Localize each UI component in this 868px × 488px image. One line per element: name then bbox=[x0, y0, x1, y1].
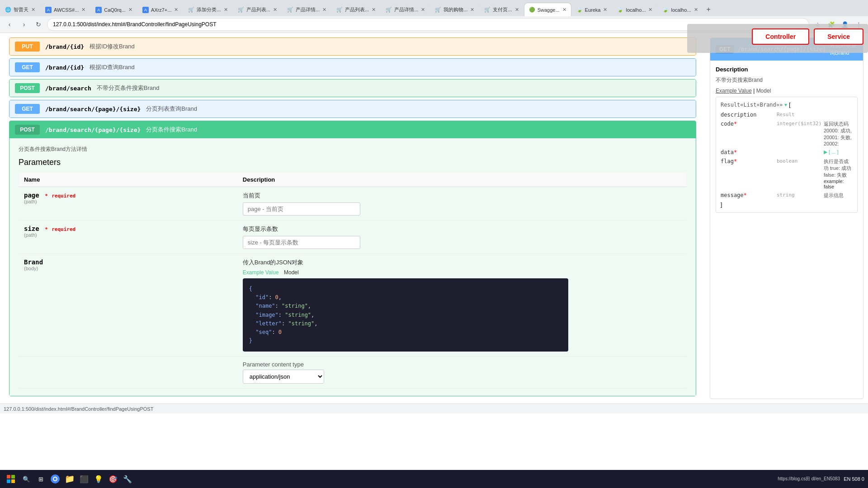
tab-close-icon[interactable]: ✕ bbox=[648, 7, 652, 13]
endpoint-put-header[interactable]: PUT /brand/{id} 根据ID修改Brand bbox=[9, 38, 696, 55]
endpoint-post-search: POST /brand/search 不带分页条件搜索Brand bbox=[9, 79, 696, 97]
tab-close-icon[interactable]: ✕ bbox=[470, 7, 474, 13]
content-type-select[interactable]: application/json bbox=[243, 370, 324, 384]
tab-close-icon[interactable]: ✕ bbox=[515, 7, 519, 13]
tab-favicon: 🛒 bbox=[287, 7, 293, 13]
required-label: required bbox=[52, 193, 75, 199]
required-label-size: required bbox=[52, 226, 75, 232]
col-name: Name bbox=[19, 173, 237, 187]
response-expand-icon[interactable]: ▾ bbox=[784, 102, 787, 108]
side-example-value-link[interactable]: Example Value bbox=[716, 88, 752, 94]
data-nested-expand[interactable]: ▶ [ ... ] bbox=[824, 149, 853, 155]
endpoint-post-page-header[interactable]: POST /brand/search/{page}/{size} 分页条件搜索B… bbox=[9, 121, 696, 138]
field-name-message: message* bbox=[721, 192, 775, 198]
side-model-link[interactable]: Model bbox=[756, 88, 771, 94]
tab-caq0rq[interactable]: A CaQ0rq... ✕ bbox=[90, 3, 137, 16]
tab-favicon: 🛒 bbox=[484, 7, 491, 13]
tab-product-list2[interactable]: 🛒 产品列表... ✕ bbox=[331, 3, 381, 16]
endpoint-get-page-header[interactable]: GET /brand/search/{page}/{size} 分页列表查询Br… bbox=[9, 100, 696, 117]
example-value-link[interactable]: Example Value bbox=[243, 269, 279, 276]
param-in-brand: (body) bbox=[24, 266, 232, 271]
tab-eureka[interactable]: 🍃 Eureka ✕ bbox=[571, 3, 613, 16]
tab-payment[interactable]: 🛒 支付页... ✕ bbox=[479, 3, 524, 16]
tab-label: 产品列表... bbox=[246, 6, 270, 13]
endpoint-desc-put: 根据ID修改Brand bbox=[90, 42, 135, 51]
params-table: Name Description page * required (path) bbox=[19, 173, 687, 389]
tab-favicon: 🛒 bbox=[336, 7, 343, 13]
param-in-size: (path) bbox=[24, 232, 232, 238]
response-field-data: data* ▶ [ ... ] bbox=[721, 149, 853, 155]
param-input-page[interactable] bbox=[243, 202, 360, 216]
param-desc-brand: 传入Brand的JSON对象 bbox=[243, 258, 681, 267]
example-value-label: Example Value Model bbox=[243, 269, 681, 276]
tab-favicon: 🛒 bbox=[435, 7, 441, 13]
param-name-size: size * required bbox=[24, 225, 232, 232]
tab-favicon: 🛒 bbox=[386, 7, 392, 13]
code-block-brand: { "id": 0, "name": "string", "image": "s… bbox=[243, 278, 568, 352]
tab-axrz7[interactable]: A AXrz7+... ✕ bbox=[137, 3, 184, 16]
param-row-content-type: Parameter content type application/json bbox=[19, 357, 687, 389]
response-type-block: Result«List«Brand»» ▾ [ description Resu… bbox=[716, 97, 858, 213]
parameters-title: Parameters bbox=[19, 158, 687, 167]
param-name-cell-size: size * required (path) bbox=[19, 221, 237, 254]
param-row-page: page * required (path) 当前页 bbox=[19, 187, 687, 221]
tab-close-icon[interactable]: ✕ bbox=[322, 7, 326, 13]
tab-label: 产品列表... bbox=[345, 6, 369, 13]
tab-close-icon[interactable]: ✕ bbox=[421, 7, 425, 13]
endpoint-get-id-header[interactable]: GET /brand/{id} 根据ID查询Brand bbox=[9, 59, 696, 76]
tab-close-icon[interactable]: ✕ bbox=[81, 7, 85, 13]
endpoint-path-post-search: /brand/search bbox=[45, 85, 91, 92]
tab-awcss[interactable]: A AWCSS#... ✕ bbox=[40, 3, 90, 16]
tab-product-detail2[interactable]: 🛒 产品详情... ✕ bbox=[381, 3, 430, 16]
tab-favicon: 🌐 bbox=[5, 7, 11, 13]
tab-label: CaQ0rq... bbox=[104, 7, 126, 13]
tab-add-category[interactable]: 🛒 添加分类... ✕ bbox=[183, 3, 232, 16]
tab-localhost1[interactable]: 🍃 localho... ✕ bbox=[612, 3, 657, 16]
tab-label: 支付页... bbox=[493, 6, 512, 13]
method-badge-get-page: GET bbox=[15, 104, 40, 114]
side-description-title: Description bbox=[716, 66, 858, 73]
tab-favicon: 🛒 bbox=[188, 7, 194, 13]
endpoint-desc-get-id: 根据ID查询Brand bbox=[90, 63, 135, 71]
tab-close-icon[interactable]: ✕ bbox=[174, 7, 178, 13]
tab-cart[interactable]: 🛒 我的购物... ✕ bbox=[430, 3, 479, 16]
param-row-brand: Brand (body) 传入Brand的JSON对象 Example Valu… bbox=[19, 254, 687, 357]
param-name-cell-content-type bbox=[19, 357, 237, 389]
tab-close-icon[interactable]: ✕ bbox=[224, 7, 228, 13]
tab-close-icon[interactable]: ✕ bbox=[273, 7, 277, 13]
param-desc-cell-page: 当前页 bbox=[237, 187, 687, 221]
tab-close-icon[interactable]: ✕ bbox=[372, 7, 376, 13]
required-star: * bbox=[45, 226, 48, 232]
content-type-label: Parameter content type bbox=[243, 361, 681, 368]
tab-product-detail1[interactable]: 🛒 产品详情... ✕ bbox=[282, 3, 331, 16]
tab-close-icon[interactable]: ✕ bbox=[128, 7, 132, 13]
tab-label: 产品详情... bbox=[394, 6, 418, 13]
tab-close-icon[interactable]: ✕ bbox=[603, 7, 607, 13]
tab-zhiputian[interactable]: 🌐 智普天 ✕ bbox=[0, 3, 40, 16]
model-link[interactable]: Model bbox=[284, 269, 299, 276]
field-type-flag: boolean bbox=[777, 158, 822, 164]
back-button[interactable]: ‹ bbox=[4, 19, 15, 30]
tab-product-list1[interactable]: 🛒 产品列表... ✕ bbox=[233, 3, 282, 16]
tab-close-icon[interactable]: ✕ bbox=[694, 7, 698, 13]
col-desc: Description bbox=[237, 173, 687, 187]
tab-label: Eureka bbox=[585, 7, 601, 13]
tab-close-icon[interactable]: ✕ bbox=[31, 7, 35, 13]
req-star-message: * bbox=[744, 192, 747, 198]
parameters-section: Parameters Name Description bbox=[19, 158, 687, 389]
forward-button[interactable]: › bbox=[18, 19, 30, 30]
endpoint-post-search-header[interactable]: POST /brand/search 不带分页条件搜索Brand bbox=[9, 80, 696, 97]
tab-localhost2[interactable]: 🍃 localho... ✕ bbox=[657, 3, 703, 16]
reload-button[interactable]: ↻ bbox=[33, 19, 44, 30]
tab-swagger[interactable]: 🟢 Swagge... ✕ bbox=[524, 3, 571, 16]
param-input-size[interactable] bbox=[243, 236, 360, 249]
tab-label: localho... bbox=[626, 7, 646, 13]
side-body: Description 不带分页搜索Brand Example Value | … bbox=[710, 61, 863, 218]
param-name-brand: Brand bbox=[24, 258, 232, 266]
field-type-message: string bbox=[777, 192, 822, 198]
new-tab-button[interactable]: + bbox=[703, 4, 714, 15]
param-desc-cell-content-type: Parameter content type application/json bbox=[237, 357, 687, 389]
endpoint-path-get-page: /brand/search/{page}/{size} bbox=[45, 106, 141, 113]
detail-desc: 分页条件搜索Brand方法详情 bbox=[19, 145, 687, 153]
tab-close-icon[interactable]: ✕ bbox=[562, 7, 566, 13]
